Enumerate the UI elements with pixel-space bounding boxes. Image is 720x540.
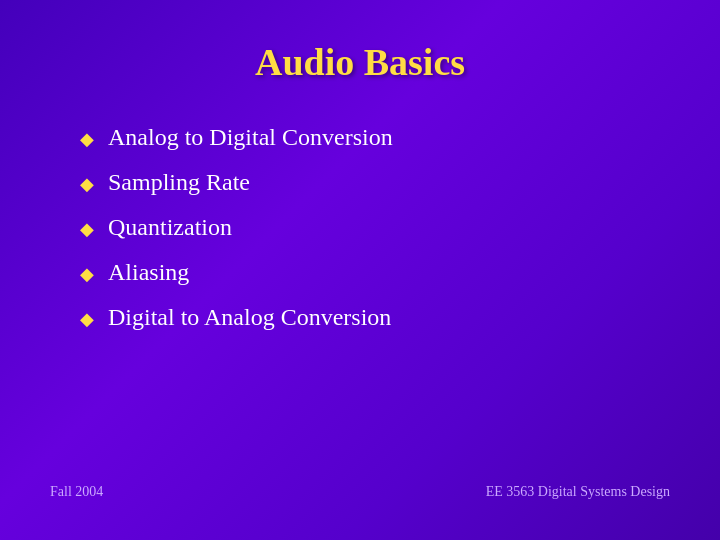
list-item: ◆ Quantization — [80, 214, 670, 241]
slide-footer: Fall 2004 EE 3563 Digital Systems Design — [50, 484, 670, 500]
bullet-icon-1: ◆ — [80, 128, 94, 150]
list-item: ◆ Aliasing — [80, 259, 670, 286]
bullet-icon-2: ◆ — [80, 173, 94, 195]
bullet-list: ◆ Analog to Digital Conversion ◆ Samplin… — [50, 124, 670, 484]
bullet-text-3: Quantization — [108, 214, 232, 241]
list-item: ◆ Analog to Digital Conversion — [80, 124, 670, 151]
bullet-text-1: Analog to Digital Conversion — [108, 124, 393, 151]
bullet-text-5: Digital to Analog Conversion — [108, 304, 391, 331]
list-item: ◆ Digital to Analog Conversion — [80, 304, 670, 331]
slide: Audio Basics ◆ Analog to Digital Convers… — [0, 0, 720, 540]
bullet-icon-4: ◆ — [80, 263, 94, 285]
bullet-icon-3: ◆ — [80, 218, 94, 240]
slide-title: Audio Basics — [50, 40, 670, 84]
bullet-text-2: Sampling Rate — [108, 169, 250, 196]
list-item: ◆ Sampling Rate — [80, 169, 670, 196]
footer-right: EE 3563 Digital Systems Design — [486, 484, 670, 500]
footer-left: Fall 2004 — [50, 484, 103, 500]
bullet-text-4: Aliasing — [108, 259, 189, 286]
bullet-icon-5: ◆ — [80, 308, 94, 330]
